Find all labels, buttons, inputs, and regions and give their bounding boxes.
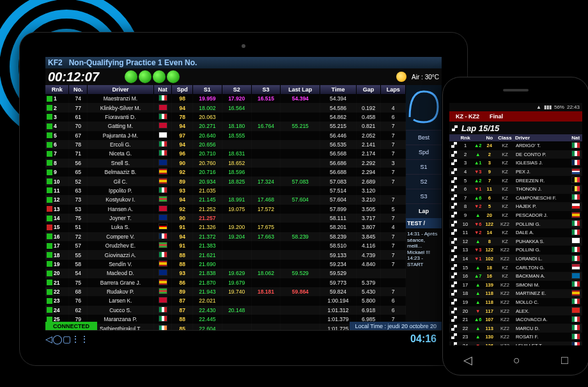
col-driver[interactable]: Driver [88,85,153,94]
ph-col-6[interactable]: Nat [569,134,582,141]
table-row[interactable]: 1855Giovinazzi A.8821.62159.1334.7397 [45,250,406,259]
phone-tabs[interactable]: KZ - KZ2 Final [449,111,582,122]
list-item[interactable]: 16▲716KZBACKMAN A. [449,272,582,281]
list-item[interactable]: 10▼6122KZ2POLLINI G. [449,219,582,228]
list-item[interactable]: 17▲139KZ2SIMONI M. [449,281,582,290]
status-bar: CONNECTED Local Time : jeudi 20 octobre … [45,322,442,331]
col-nat[interactable]: Nat [153,85,172,94]
lap-label: Lap [406,203,442,218]
lap-counter: Lap 15/15 [461,123,499,133]
home-icon[interactable]: ◯ [52,334,63,344]
ph-col-5[interactable]: Driver [514,134,569,141]
col-lastlap[interactable]: Last Lap [281,85,320,94]
back-icon[interactable]: ◁ [45,334,52,344]
table-row[interactable]: 470Gatting M.9420.27118.18016.76455.2155… [45,122,406,130]
table-row[interactable]: 174Maestranzi M.9819.95917.92016.51554.3… [45,94,406,103]
table-row[interactable]: 1052Gil C.8920.93418.82517.32457.08357.0… [45,177,406,186]
wifi-icon: ▲ [536,104,541,110]
table-row[interactable]: 1672Compere V.9421.37219.20417.66358.239… [45,232,406,241]
col-s3[interactable]: S3 [251,85,281,94]
table-row[interactable]: 965Belmaaziz B.9220.71618.59656.6882.294… [45,168,406,177]
table-row[interactable]: 1757Orudzhev E.9121.38358.5104.1167 [45,241,406,250]
list-item[interactable]: 20▼117KZ2ALEX. [449,306,582,315]
signal-icon: ▮▮▮ [544,104,552,110]
table-row[interactable]: 361Fioravanti D.7820.06354.8620.4586 [45,113,406,122]
table-row[interactable]: 1551Luka S.9121.32619.20017.67558.2013.8… [45,223,406,232]
test-label: TEST / [406,218,442,228]
col-no[interactable]: No. [69,85,88,94]
phone-speaker [503,89,529,91]
table-row[interactable]: 2268Rudakov P.8921.94319.74018.18159.864… [45,287,406,296]
list-item[interactable]: 13▼3122KZ2POLLINI G. [449,246,582,255]
col-spd[interactable]: Spd [172,85,192,94]
list-item[interactable]: 3▲13KZIGLESIAS J. [449,159,582,168]
list-item[interactable]: 1▲224KZARDIGO' T. [449,141,582,150]
list-item[interactable]: 11▼214KZDALE A. [449,228,582,237]
list-item[interactable]: 12▲8KZPUHAKKA S. [449,237,582,246]
table-row[interactable]: 1273Kostyukov I.9421.14518.99117.46857.6… [45,195,406,204]
table-row[interactable]: 1163Ippolito P.9321.03557.5143.120 [45,186,406,195]
ph-col-4[interactable]: Class [495,134,514,141]
table-row[interactable]: 277Klinkby-Silver M.9418.00216.56454.586… [45,103,406,112]
list-item[interactable]: 23▲130KZ2ROSATI F. [449,333,582,342]
col-s1[interactable]: S1 [192,85,222,94]
apps-icon[interactable]: ⋮⋮ [71,334,89,344]
table-row[interactable]: 2462Cucco S.8722.43020.1481:01.3126.9186 [45,306,406,315]
phone-nav-bar[interactable]: ◁ ○ □ [443,345,588,375]
tablet-camera [242,44,245,48]
s3-label: S3 [406,189,442,203]
col-s2[interactable]: S2 [222,85,251,94]
list-item[interactable]: 2▲2KZDE CONTO P. [449,150,582,159]
col-laps[interactable]: Laps [381,85,406,94]
table-row[interactable]: 1353Hansen A.9221.25219.07517.57257.8993… [45,205,406,214]
ph-col-2[interactable] [472,134,483,141]
chequered-icon [452,125,458,131]
list-item[interactable]: 7▲66KZCAMPONESCHI F. [449,194,582,203]
weather-panel: Air : 30°C [396,72,439,82]
home-icon[interactable]: ○ [513,354,520,367]
timing-table[interactable]: RnkNo.DriverNatSpdS1S2S3Last LapTimeGapL… [45,85,406,342]
table-row[interactable]: 2054Macleod D.9321.83819.62918.06259.529… [45,269,406,278]
ph-col-3[interactable]: No [483,134,495,141]
recent-icon[interactable]: □ [561,354,568,367]
recent-icon[interactable]: ▢ [63,334,71,344]
ph-col-1[interactable]: Rnk [458,134,472,141]
tab-kz[interactable]: KZ - KZ2 [452,113,483,120]
start-lights [125,70,180,83]
tablet-device: KF2 Non-Qualifying Practice 1 Even No. 0… [19,32,468,366]
tab-final[interactable]: Final [486,113,507,120]
table-row[interactable]: 1475Joyner T.9021.25758.1113.7177 [45,214,406,223]
list-item[interactable]: 18▲118KZ2MARTINEZ E. [449,289,582,298]
table-row[interactable]: 2175Barrera Grane J.8621.87019.67959.773… [45,278,406,287]
tablet-screen: KF2 Non-Qualifying Practice 1 Even No. 0… [45,57,442,347]
android-nav-bar[interactable]: ◁ ◯ ▢ ⋮⋮ 04:16 [45,330,442,347]
list-item[interactable]: 22▲113KZ2MARCU D. [449,324,582,333]
col-time[interactable]: Time [320,85,356,94]
list-item[interactable]: 15▲18KZCARLTON G. [449,263,582,272]
table-row[interactable]: 856Snell S.9020.76018.65256.6862.2923 [45,159,406,168]
session-clock: 00:12:07 [48,70,99,84]
list-item[interactable]: 14▼1102KZ2LORANDI L. [449,255,582,264]
back-icon[interactable]: ◁ [463,353,472,367]
table-row[interactable]: 567Pajuranta J-M.9720.64018.55556.4462.0… [45,131,406,140]
list-item[interactable]: 21▲6107KZ2IACOVACCI A. [449,315,582,324]
list-item[interactable]: 8▼25KZHAJEK P. [449,202,582,211]
table-row[interactable]: 678Ercoli G.9420.65656.5352.1417 [45,140,406,149]
list-item[interactable]: 19▲118KZ2MOLLO C. [449,298,582,307]
list-item[interactable]: 4▼39KZPEX J. [449,168,582,177]
ph-col-0[interactable] [449,134,458,141]
track-map[interactable] [406,85,442,130]
table-row[interactable]: 771Niceta G.9620.71018.63156.5682.1747 [45,149,406,158]
phone-timing-table[interactable]: RnkNoClassDriverNat 1▲224KZARDIGO' T.2▲2… [449,134,582,345]
col-gap[interactable]: Gap [356,85,381,94]
list-item[interactable]: 6▼111KZTHONON J. [449,185,582,194]
list-item[interactable]: 5▲27KZDREEZEN R. [449,176,582,185]
table-row[interactable]: 2376Larsen K.8722.0211:00.1945.8006 [45,296,406,305]
spd-label: Spd [406,145,442,159]
col-rnk[interactable]: Rnk [45,85,69,94]
table-row[interactable]: 1958Sendín V.8821.69059.2344.8407 [45,260,406,269]
timer-row: 00:12:07 Air : 30°C [45,68,442,85]
session-name: Non-Qualifying Practice 1 Even No. [69,58,197,67]
list-item[interactable]: 9▲20KZPESCADOR J. [449,211,582,220]
side-panel: Best Spd S1 S2 S3 Lap TEST / 14:31 - Apr… [406,85,442,342]
